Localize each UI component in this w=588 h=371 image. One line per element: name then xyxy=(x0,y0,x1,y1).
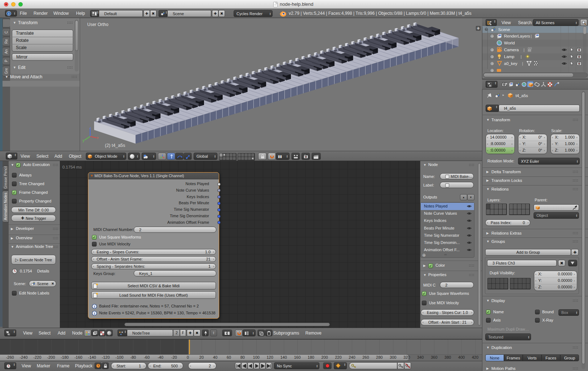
svg-text:x: x xyxy=(97,136,98,140)
svg-text:y: y xyxy=(83,139,84,143)
svg-text:i: i xyxy=(94,312,95,315)
svg-text:i: i xyxy=(94,305,95,309)
svg-text:z: z xyxy=(89,127,91,130)
